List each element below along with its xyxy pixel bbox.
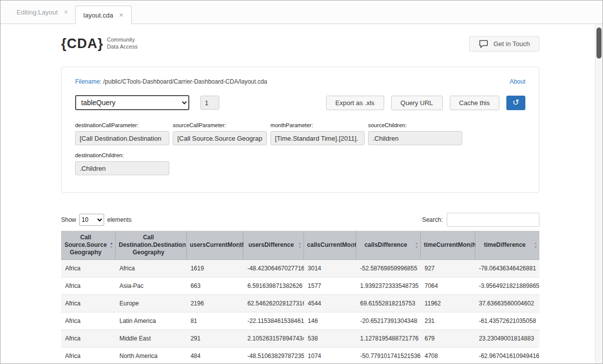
tab-label: layout.cda: [84, 12, 113, 19]
table-row[interactable]: AfricaEurope219662.546262028127316454469…: [61, 295, 539, 312]
param-label: destinationCallParameter:: [75, 122, 169, 128]
search-label: Search:: [422, 216, 443, 223]
logo-line2: Data Access: [107, 44, 138, 51]
column-header[interactable]: usersCurrentMonth▲▼: [186, 231, 243, 260]
table-cell: 663: [186, 277, 243, 295]
column-header-label: Call Destination.Destination Geography: [119, 234, 186, 256]
tab-label: Editing:Layout: [17, 9, 58, 16]
destination-call-parameter-input[interactable]: [75, 131, 169, 145]
sort-desc-icon: ▼: [534, 245, 537, 249]
table-cell: 679: [421, 330, 475, 347]
table-row[interactable]: AfricaAsia-Pac6636.59163987138262615771.…: [61, 277, 539, 295]
column-header[interactable]: Call Destination.Destination Geography▲▼: [115, 231, 186, 260]
query-index-input[interactable]: [200, 96, 219, 110]
table-cell: Africa: [61, 312, 115, 330]
close-icon[interactable]: ×: [64, 9, 68, 16]
source-call-parameter-input[interactable]: [173, 131, 267, 145]
table-cell: 62.546262028127316: [243, 295, 304, 312]
sort-icons: ▲▼: [415, 241, 418, 249]
filename-row: Filename: /public/CTools-Dashboard/Carri…: [75, 78, 525, 85]
column-header-label: timeDifference: [484, 241, 525, 248]
column-header-label: Call Source.Source Geography: [65, 234, 107, 256]
table-cell: -3.9564921821889865: [475, 277, 539, 295]
column-header[interactable]: usersDifference▲▼: [243, 231, 304, 260]
sort-asc-icon: ▲: [181, 241, 184, 245]
results-table: Call Source.Source Geography▲▼Call Desti…: [61, 231, 539, 364]
sort-desc-icon: ▼: [181, 245, 184, 249]
table-controls: Show 10 elements Search:: [61, 213, 539, 227]
table-header-row: Call Source.Source Geography▲▼Call Desti…: [61, 231, 539, 260]
search-input[interactable]: [447, 213, 539, 227]
table-cell: 6.591639871382626: [243, 277, 304, 295]
table-cell: 11962: [421, 295, 475, 312]
source-children-input[interactable]: [368, 131, 462, 145]
sort-desc-icon: ▼: [237, 245, 241, 249]
table-cell: 927: [421, 260, 475, 277]
refresh-button[interactable]: ↺: [506, 96, 525, 110]
brand-row: {CDA} Community Data Access Get in Touch: [61, 34, 539, 54]
table-body: AfricaAfrica1619-48.4230646702771643014-…: [61, 260, 539, 364]
page-length-select[interactable]: 10: [79, 214, 104, 226]
scrollbar-thumb[interactable]: [596, 28, 601, 59]
table-cell: 538: [304, 330, 356, 347]
table-row[interactable]: AfricaAfrica1619-48.4230646702771643014-…: [61, 260, 539, 277]
show-label: Show: [61, 216, 76, 223]
param-label: destinationChildren:: [75, 152, 169, 158]
table-row[interactable]: AfricaNorth America484-48.51063829787235…: [61, 347, 539, 364]
table-cell: 1074: [304, 347, 356, 364]
close-icon[interactable]: ×: [119, 12, 123, 19]
cache-this-button[interactable]: Cache this: [450, 96, 499, 110]
tab-bar: Editing:Layout × layout.cda ×: [1, 1, 602, 24]
table-cell: 484: [186, 347, 243, 364]
table-cell: -48.51063829787235: [243, 347, 304, 364]
table-cell: 1619: [186, 260, 243, 277]
filename: Filename: /public/CTools-Dashboard/Carri…: [75, 78, 267, 85]
export-xls-button[interactable]: Export as .xls: [326, 96, 384, 110]
get-in-touch-button[interactable]: Get in Touch: [469, 36, 539, 52]
table-cell: 146: [304, 312, 356, 330]
sort-asc-icon: ▲: [415, 241, 418, 245]
table-row[interactable]: AfricaLatin America81-22.115384615384613…: [61, 312, 539, 330]
sort-icons: ▲▼: [469, 241, 473, 249]
query-url-button[interactable]: Query URL: [391, 96, 443, 110]
scrollbar[interactable]: [595, 24, 602, 363]
table-cell: Latin America: [115, 312, 186, 330]
table-cell: Africa: [61, 347, 115, 364]
refresh-icon: ↺: [512, 98, 519, 107]
table-cell: 81: [186, 312, 243, 330]
chat-bubble-icon: [479, 40, 488, 48]
param-row-2: destinationChildren:: [75, 152, 525, 175]
sort-icons: ▲▼: [351, 241, 354, 249]
content: {CDA} Community Data Access Get in Touch: [61, 34, 539, 364]
about-link[interactable]: About: [510, 78, 525, 85]
tab-layout-cda[interactable]: layout.cda ×: [75, 6, 132, 24]
param-field: destinationChildren:: [75, 152, 169, 175]
page: {CDA} Community Data Access Get in Touch: [1, 34, 602, 364]
column-header[interactable]: callsCurrentMonth▲▼: [304, 231, 356, 260]
param-label: sourceCallParameter:: [173, 122, 267, 128]
column-header[interactable]: timeCurrentMonth▲▼: [421, 231, 475, 260]
table-cell: Africa: [61, 330, 115, 347]
month-parameter-input[interactable]: [270, 131, 365, 145]
tab-editing-layout[interactable]: Editing:Layout ×: [10, 1, 75, 24]
table-cell: 23.23049001814883: [475, 330, 539, 347]
column-header[interactable]: callsDifference▲▼: [356, 231, 421, 260]
query-select[interactable]: tableQuery: [75, 95, 189, 110]
param-field: monthParameter:: [270, 122, 365, 145]
sort-desc-icon: ▼: [351, 245, 354, 249]
table-cell: -78.06436346426881: [475, 260, 539, 277]
column-header-label: timeCurrentMonth: [424, 241, 476, 248]
sort-asc-icon: ▲: [298, 241, 302, 245]
column-header[interactable]: Call Source.Source Geography▲▼: [61, 231, 115, 260]
table-row[interactable]: AfricaMiddle East2912.105263157894743453…: [61, 330, 539, 347]
table-cell: Europe: [115, 295, 186, 312]
sort-desc-icon: ▼: [469, 245, 473, 249]
destination-children-input[interactable]: [75, 161, 169, 175]
column-header[interactable]: timeDifference▲▼: [475, 231, 539, 260]
elements-label: elements: [107, 216, 132, 223]
sort-icons: ▲▼: [110, 241, 113, 249]
sort-icons: ▲▼: [181, 241, 184, 249]
param-label: sourceChildren:: [368, 122, 462, 128]
table-cell: 2.1052631578947434: [243, 330, 304, 347]
sort-desc-icon: ▼: [298, 245, 302, 249]
